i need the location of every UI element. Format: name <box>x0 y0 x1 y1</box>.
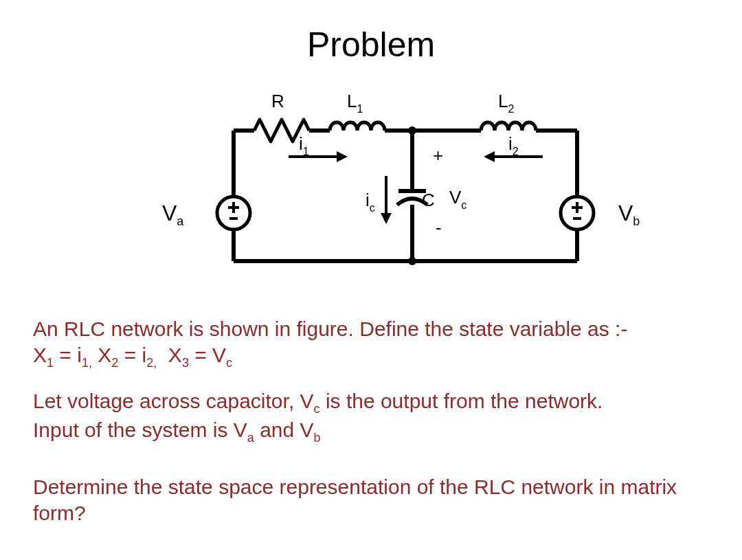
source-va <box>217 197 250 229</box>
label-vc: Vc <box>449 187 466 211</box>
label-l1: L1 <box>347 91 363 115</box>
label-i2: i2 <box>508 133 519 157</box>
svg-marker-14 <box>381 213 392 224</box>
label-vb: Vb <box>618 201 640 229</box>
circuit-diagram: R L1 L2 i1 i2 ic C + - Vc <box>206 110 605 289</box>
component-inductor-l1 <box>330 122 385 131</box>
component-inductor-l2 <box>481 122 536 131</box>
node-top <box>408 126 416 135</box>
page-title: Problem <box>0 25 742 65</box>
page: Problem Va Vb <box>0 0 742 560</box>
problem-statement-1: An RLC network is shown in figure. Defin… <box>33 316 709 370</box>
label-c: C <box>422 190 435 210</box>
arrow-i1 <box>289 151 348 162</box>
label-r: R <box>271 91 284 111</box>
label-va: Va <box>162 201 183 229</box>
source-vb <box>561 197 594 229</box>
problem-question: Determine the state space representation… <box>33 474 709 526</box>
node-bottom <box>408 257 416 265</box>
problem-statement-2: Let voltage across capacitor, Vc is the … <box>33 388 709 445</box>
label-i1: i1 <box>299 133 309 157</box>
svg-marker-12 <box>484 151 495 162</box>
label-ic: ic <box>366 190 375 214</box>
label-minus: - <box>436 217 442 238</box>
label-l2: L2 <box>498 91 514 115</box>
svg-marker-10 <box>337 151 348 162</box>
arrow-ic <box>381 176 392 224</box>
label-plus: + <box>433 145 443 166</box>
